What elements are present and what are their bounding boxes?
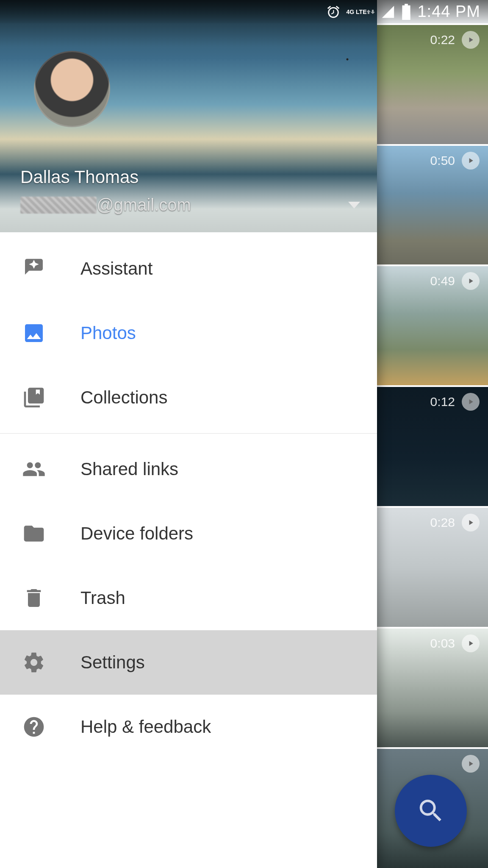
drawer-menu: Assistant Photos Collections Shared link…: [0, 232, 377, 868]
status-bar: 4G LTE 1:44 PM: [0, 0, 488, 23]
play-icon: [462, 272, 480, 290]
drawer-header: Dallas Thomas @gmail.com: [0, 0, 377, 232]
play-icon: [462, 514, 480, 531]
clock-time: 1:44 PM: [417, 3, 480, 21]
menu-item-settings[interactable]: Settings: [0, 630, 377, 695]
alarm-icon: [326, 5, 341, 19]
menu-item-collections[interactable]: Collections: [0, 365, 377, 430]
help-icon: [21, 714, 47, 740]
play-icon: [462, 755, 480, 773]
signal-icon: [381, 5, 395, 19]
menu-item-device-folders[interactable]: Device folders: [0, 501, 377, 566]
folder-icon: [21, 521, 47, 546]
gear-icon: [21, 650, 47, 675]
search-icon: [416, 796, 446, 826]
collections-icon: [21, 385, 47, 410]
video-duration: 0:03: [430, 636, 455, 651]
menu-label: Help & feedback: [80, 717, 211, 737]
navigation-drawer: Dallas Thomas @gmail.com Assistant Photo…: [0, 0, 377, 868]
search-fab[interactable]: [395, 775, 467, 847]
svg-rect-1: [402, 5, 410, 14]
photos-icon: [21, 320, 47, 346]
video-duration: 0:50: [430, 153, 455, 168]
play-icon: [462, 31, 480, 49]
menu-label: Collections: [80, 387, 167, 408]
trash-icon: [21, 585, 47, 611]
menu-item-assistant[interactable]: Assistant: [0, 236, 377, 301]
menu-label: Shared links: [80, 459, 178, 479]
video-duration: 0:22: [430, 33, 455, 47]
avatar[interactable]: [34, 51, 110, 127]
menu-item-shared-links[interactable]: Shared links: [0, 437, 377, 501]
menu-item-trash[interactable]: Trash: [0, 566, 377, 630]
menu-label: Photos: [80, 323, 136, 343]
divider: [0, 433, 377, 434]
video-duration: 0:12: [430, 395, 455, 409]
play-icon: [462, 634, 480, 652]
battery-icon: [401, 4, 411, 20]
network-type-icon: 4G LTE: [347, 9, 375, 15]
play-icon: [462, 152, 480, 170]
people-icon: [21, 456, 47, 482]
svg-rect-0: [402, 14, 410, 19]
menu-item-help[interactable]: Help & feedback: [0, 695, 377, 759]
video-duration: 0:49: [430, 274, 455, 288]
account-name: Dallas Thomas: [20, 167, 139, 187]
account-email: @gmail.com: [20, 195, 191, 214]
menu-label: Settings: [80, 652, 145, 673]
video-duration: 0:28: [430, 515, 455, 530]
account-switcher[interactable]: @gmail.com: [20, 195, 360, 214]
menu-label: Trash: [80, 588, 125, 608]
assistant-icon: [21, 256, 47, 281]
play-icon: [462, 393, 480, 411]
menu-label: Device folders: [80, 523, 193, 544]
menu-label: Assistant: [80, 259, 152, 279]
redacted-text: [20, 197, 97, 214]
menu-item-photos[interactable]: Photos: [0, 301, 377, 365]
chevron-down-icon: [348, 202, 360, 209]
